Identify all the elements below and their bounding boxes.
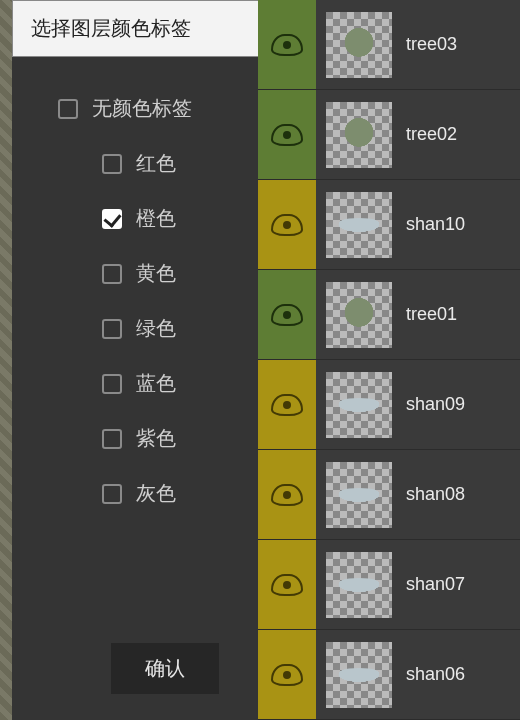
visibility-toggle[interactable] (258, 360, 316, 449)
layer-thumbnail[interactable] (326, 282, 392, 348)
visibility-toggle[interactable] (258, 180, 316, 269)
eye-icon (271, 394, 303, 416)
layer-row[interactable]: shan08 (258, 450, 520, 540)
option-label: 橙色 (136, 205, 176, 232)
option-label: 无颜色标签 (92, 95, 192, 122)
cloud-icon (333, 218, 386, 235)
layer-row[interactable]: tree02 (258, 90, 520, 180)
layer-row[interactable]: shan07 (258, 540, 520, 630)
option-yellow[interactable]: 黄色 (12, 246, 258, 301)
layer-thumbnail[interactable] (326, 102, 392, 168)
checkbox-gray[interactable] (102, 484, 122, 504)
option-label: 紫色 (136, 425, 176, 452)
layer-name[interactable]: shan09 (402, 394, 520, 415)
checkbox-yellow[interactable] (102, 264, 122, 284)
popover-title: 选择图层颜色标签 (12, 0, 258, 57)
checkbox-blue[interactable] (102, 374, 122, 394)
layer-name[interactable]: shan10 (402, 214, 520, 235)
tree-icon (338, 23, 380, 65)
option-purple[interactable]: 紫色 (12, 411, 258, 466)
option-gray[interactable]: 灰色 (12, 466, 258, 521)
visibility-toggle[interactable] (258, 630, 316, 719)
eye-icon (271, 664, 303, 686)
option-label: 绿色 (136, 315, 176, 342)
option-label: 红色 (136, 150, 176, 177)
confirm-button[interactable]: 确认 (111, 643, 219, 694)
tree-icon (338, 113, 380, 155)
eye-icon (271, 34, 303, 56)
visibility-toggle[interactable] (258, 540, 316, 629)
option-red[interactable]: 红色 (12, 136, 258, 191)
layers-panel: tree03 tree02 shan10 tree01 shan09 shan0… (258, 0, 520, 720)
checkbox-red[interactable] (102, 154, 122, 174)
layer-thumbnail[interactable] (326, 642, 392, 708)
layer-row[interactable]: shan10 (258, 180, 520, 270)
layer-name[interactable]: shan07 (402, 574, 520, 595)
eye-icon (271, 124, 303, 146)
checkbox-no-color[interactable] (58, 99, 78, 119)
eye-icon (271, 484, 303, 506)
layer-row[interactable]: tree03 (258, 0, 520, 90)
color-options: 无颜色标签 红色 橙色 黄色 绿色 蓝色 (12, 57, 258, 633)
eye-icon (271, 574, 303, 596)
option-blue[interactable]: 蓝色 (12, 356, 258, 411)
visibility-toggle[interactable] (258, 90, 316, 179)
visibility-toggle[interactable] (258, 270, 316, 359)
eye-icon (271, 214, 303, 236)
option-label: 蓝色 (136, 370, 176, 397)
eye-icon (271, 304, 303, 326)
option-label: 灰色 (136, 480, 176, 507)
color-label-popover: 选择图层颜色标签 无颜色标签 红色 橙色 黄色 绿色 (12, 0, 258, 720)
option-green[interactable]: 绿色 (12, 301, 258, 356)
layer-thumbnail[interactable] (326, 192, 392, 258)
cloud-icon (333, 668, 386, 685)
checkbox-orange[interactable] (102, 209, 122, 229)
layer-row[interactable]: shan06 (258, 630, 520, 720)
cloud-icon (333, 578, 386, 595)
layer-thumbnail[interactable] (326, 462, 392, 528)
cloud-icon (333, 488, 386, 505)
layer-thumbnail[interactable] (326, 372, 392, 438)
cloud-icon (333, 398, 386, 415)
option-orange[interactable]: 橙色 (12, 191, 258, 246)
layer-name[interactable]: shan06 (402, 664, 520, 685)
checkbox-green[interactable] (102, 319, 122, 339)
layer-row[interactable]: shan09 (258, 360, 520, 450)
checkbox-purple[interactable] (102, 429, 122, 449)
layer-name[interactable]: tree01 (402, 304, 520, 325)
option-label: 黄色 (136, 260, 176, 287)
visibility-toggle[interactable] (258, 450, 316, 539)
layer-name[interactable]: shan08 (402, 484, 520, 505)
layer-row[interactable]: tree01 (258, 270, 520, 360)
option-no-color[interactable]: 无颜色标签 (12, 81, 258, 136)
tree-icon (338, 293, 380, 335)
layer-name[interactable]: tree03 (402, 34, 520, 55)
visibility-toggle[interactable] (258, 0, 316, 89)
layer-thumbnail[interactable] (326, 12, 392, 78)
canvas-edge-strip (0, 0, 12, 720)
layer-name[interactable]: tree02 (402, 124, 520, 145)
layer-thumbnail[interactable] (326, 552, 392, 618)
